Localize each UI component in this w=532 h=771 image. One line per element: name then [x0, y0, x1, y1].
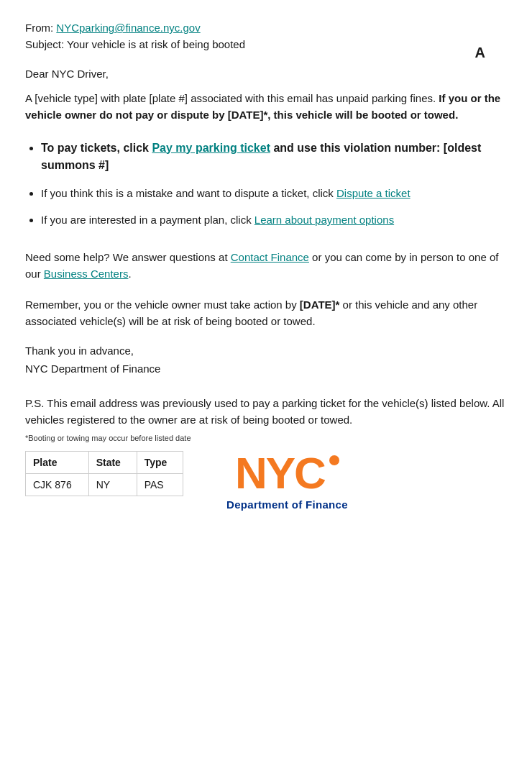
dispute-ticket-link[interactable]: Dispute a ticket — [336, 187, 411, 199]
nyc-logo: NYC Department of Finance — [226, 451, 348, 511]
business-centers-link[interactable]: Business Centers — [44, 268, 129, 280]
bottom-section: Plate State Type CJK 876 NY PAS NYC Depa… — [25, 451, 507, 511]
contact-finance-link[interactable]: Contact Finance — [231, 251, 309, 263]
dept-name: NYC Department of Finance — [25, 362, 507, 375]
table-header-plate: Plate — [26, 452, 89, 474]
table-header-type: Type — [137, 452, 183, 474]
help-text-after: . — [128, 268, 131, 280]
table-cell-plate: CJK 876 — [26, 474, 89, 496]
subject-text: Your vehicle is at risk of being booted — [67, 38, 245, 50]
bullet-pay-before: To pay tickets, click — [41, 142, 152, 154]
intro-paragraph: A [vehicle type] with plate [plate #] as… — [25, 90, 507, 124]
thank-you: Thank you in advance, — [25, 345, 507, 357]
ps-paragraph: P.S. This email address was previously u… — [25, 395, 507, 429]
nyc-logo-text: NYC — [235, 451, 325, 496]
email-subject: Subject: Your vehicle is at risk of bein… — [25, 38, 507, 50]
bullet-dispute-before: If you think this is a mistake and want … — [41, 187, 336, 199]
pay-ticket-link[interactable]: Pay my parking ticket — [152, 142, 270, 154]
greeting: Dear NYC Driver, — [25, 68, 507, 80]
logo-dot-icon — [329, 455, 339, 465]
action-list: To pay tickets, click Pay my parking tic… — [25, 140, 507, 229]
payment-options-link[interactable]: Learn about payment options — [254, 214, 394, 226]
table-cell-type: PAS — [137, 474, 183, 496]
bullet-pay: To pay tickets, click Pay my parking tic… — [41, 140, 507, 175]
dept-finance-logo-text: Department of Finance — [226, 498, 348, 511]
from-email-link[interactable]: NYCparking@finance.nyc.gov — [56, 22, 200, 34]
help-text-before: Need some help? We answer questions at — [25, 251, 231, 263]
from-label: From: — [25, 22, 53, 34]
table-cell-state: NY — [88, 474, 137, 496]
logo-wrapper: NYC — [235, 451, 339, 496]
letter-label: A — [475, 45, 485, 61]
remember-paragraph: Remember, you or the vehicle owner must … — [25, 296, 507, 330]
help-paragraph: Need some help? We answer questions at C… — [25, 249, 507, 283]
email-from: From: NYCparking@finance.nyc.gov — [25, 22, 507, 34]
bullet-dispute: If you think this is a mistake and want … — [41, 185, 507, 201]
bullet-plan-before: If you are interested in a payment plan,… — [41, 214, 254, 226]
ps-section: P.S. This email address was previously u… — [25, 395, 507, 443]
disclaimer: *Booting or towing may occur before list… — [25, 434, 507, 442]
table-row: CJK 876 NY PAS — [26, 474, 183, 496]
bullet-payment-plan: If you are interested in a payment plan,… — [41, 211, 507, 228]
vehicle-table: Plate State Type CJK 876 NY PAS — [25, 451, 183, 496]
subject-label: Subject: — [25, 38, 64, 50]
table-header-state: State — [88, 452, 137, 474]
